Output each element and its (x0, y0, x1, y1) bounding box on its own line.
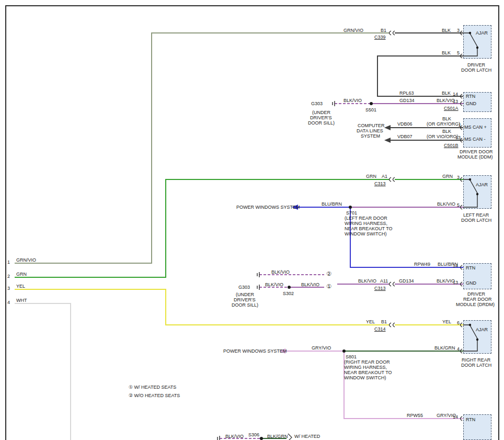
pin-number: 5 (457, 202, 460, 208)
connector-label-c501b: C501B (444, 143, 459, 148)
pin-number: 14 (453, 92, 458, 97)
wire-color-label: YEL (16, 284, 25, 289)
wire-color-label: GRY/VIO (312, 345, 331, 351)
circuit-label: VDB06 (397, 121, 413, 127)
connector-label-c313: C313 (374, 181, 386, 186)
wire-color-label: BLK/VIO (437, 278, 455, 284)
note-text: DRIVER'S (234, 297, 256, 302)
wire-color-label: BLK/VIO (437, 201, 455, 207)
pin-number: 14 (453, 414, 458, 420)
system-ref-text: POWER WINDOWS SYSTEM (223, 348, 287, 354)
ajar-switch-label: AJAR (476, 327, 488, 332)
connector-label-c501a: C501A (444, 106, 459, 111)
legend-wo-heated-seats: ② W/O HEATED SEATS (129, 393, 180, 398)
wire-color-label: BLK/GRN (434, 345, 455, 351)
note-text: WINDOW SWITCH) (344, 375, 386, 380)
splice-label: S801 (346, 354, 357, 359)
pin-number: 1 (459, 122, 461, 128)
wire-color-label: WHT (16, 298, 27, 303)
wire-color-label: BLK/VIO (343, 98, 362, 103)
note-text: NEAR BREAKOUT TO (345, 226, 393, 231)
harness-wire-number: 3 (7, 286, 10, 291)
wire-color-label: BLK (442, 28, 451, 33)
pin-number: 5 (457, 50, 460, 55)
circuit-label: GD134 (399, 98, 415, 103)
left-rear-door-latch-box (463, 175, 491, 209)
pin-number: 6 (457, 320, 460, 325)
component-caption: DRIVER (467, 291, 485, 297)
note-text: WIRING HARNESS, (345, 221, 387, 226)
wire-color-label: GRN (442, 174, 453, 179)
wire-color-label: GRN/VIO (343, 28, 363, 33)
wiring-diagram-page: GRN/VIO B1 C339 BLK 3 BLK 5 AJAR DRIVER … (0, 0, 504, 440)
wire-color-label: BLK (442, 50, 451, 55)
module-pin-name: RTN (466, 265, 475, 270)
variant-1-icon: ① (326, 284, 331, 289)
ground-label: G303 (238, 285, 250, 290)
pin-number: 4 (457, 346, 460, 352)
connector-pin-label: B1 (381, 28, 386, 33)
harness-wire-number: 1 (7, 260, 10, 265)
system-ref-text: SYSTEM (361, 133, 380, 139)
wire-color-label: GRN (16, 272, 27, 277)
connector-pin-label: B1 (381, 319, 387, 324)
ajar-switch-label: AJAR (476, 30, 488, 36)
module-pin-name: RTN (466, 94, 475, 99)
note-text: (OR VIO/ORG) (427, 134, 459, 139)
wire-color-label: BLK/VIO (225, 434, 244, 439)
connector-pin-label: A11 (380, 278, 388, 284)
component-caption: DOOR LATCH (461, 67, 491, 73)
note-text: (RIGHT REAR DOOR (344, 359, 390, 365)
component-caption: DOOR LATCH (461, 218, 491, 223)
wire-color-label: BLK/GRN (267, 434, 288, 439)
splice-label: S302 (283, 291, 294, 296)
ddm-ms-can-box (463, 118, 491, 148)
wire-color-label: BLK/VIO (301, 282, 319, 287)
system-ref-text: COMPUTER (358, 123, 385, 128)
pin-number: 13 (453, 99, 458, 104)
module-pin-name: MS CAN - (464, 137, 486, 142)
circuit-label: RPL63 (399, 91, 414, 96)
wire-color-label: BLK/VIO (271, 269, 290, 275)
component-caption: DRIVER DOOR (460, 149, 493, 154)
diagram-border-frame (5, 5, 499, 440)
component-caption: MODULE (DDM) (457, 154, 493, 160)
note-text: WINDOW SWITCH) (345, 231, 386, 236)
component-caption: LEFT REAR (463, 212, 489, 218)
wire-color-label: BLK (442, 91, 451, 96)
note-text: DOOR SILL) (308, 120, 335, 126)
pin-number: 13 (455, 135, 461, 140)
wire-color-label: BLK (442, 116, 451, 121)
variant-2-icon: ② (326, 271, 331, 277)
component-caption: DOOR LATCH (461, 363, 491, 368)
connector-label-c339: C339 (374, 35, 386, 40)
splice-label: S501 (365, 107, 376, 112)
note-text: NEAR BREAKOUT TO (344, 370, 392, 375)
connector-label-c313: C313 (374, 286, 386, 291)
note-text: (LEFT REAR DOOR (345, 216, 387, 221)
ajar-switch-label: AJAR (476, 182, 488, 187)
module-pin-name: RTN (466, 417, 475, 422)
wire-color-label: YEL (366, 319, 375, 324)
note-text: WIRING HARNESS, (344, 365, 387, 370)
module-pin-name: GND (466, 280, 476, 286)
circuit-label: VDB07 (397, 134, 413, 139)
harness-wire-number: 4 (7, 300, 10, 305)
component-caption: RIGHT REAR (462, 357, 490, 363)
right-rear-door-latch-box (463, 320, 491, 354)
wire-color-label: BLK/VIO (358, 278, 376, 284)
wire-color-label: YEL (442, 319, 451, 324)
note-text: W/ HEATED (294, 434, 320, 439)
component-caption: MODULE (DRDM) (456, 302, 495, 307)
pin-number: 14 (453, 263, 458, 268)
splice-label: S701 (346, 210, 357, 216)
module-pin-name: GND (466, 101, 476, 106)
wire-color-label: BLK (442, 129, 451, 134)
splice-label: S306 (248, 432, 259, 437)
component-caption: REAR DOOR (463, 297, 492, 302)
pin-number: 3 (457, 175, 460, 180)
circuit-label: GD134 (399, 278, 414, 284)
legend-heated-seats: ① W/ HEATED SEATS (129, 385, 176, 390)
harness-wire-number: 2 (7, 274, 10, 279)
system-ref-text: DATA LINES (357, 128, 383, 133)
